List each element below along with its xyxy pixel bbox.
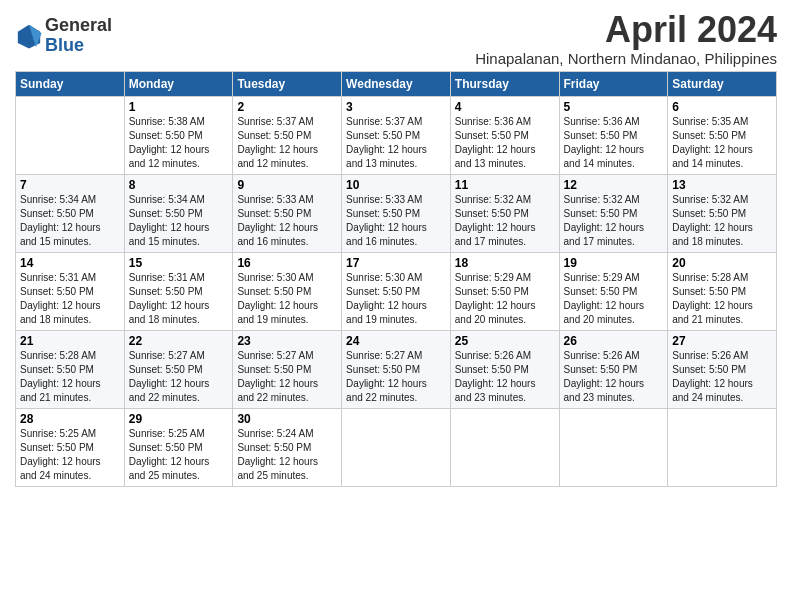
day-number: 29 — [129, 412, 229, 426]
day-info: Sunrise: 5:34 AM Sunset: 5:50 PM Dayligh… — [129, 193, 229, 249]
calendar-table: SundayMondayTuesdayWednesdayThursdayFrid… — [15, 71, 777, 487]
header-day-saturday: Saturday — [668, 71, 777, 96]
day-info: Sunrise: 5:33 AM Sunset: 5:50 PM Dayligh… — [237, 193, 337, 249]
day-cell — [559, 408, 668, 486]
day-cell: 21Sunrise: 5:28 AM Sunset: 5:50 PM Dayli… — [16, 330, 125, 408]
day-info: Sunrise: 5:38 AM Sunset: 5:50 PM Dayligh… — [129, 115, 229, 171]
day-info: Sunrise: 5:36 AM Sunset: 5:50 PM Dayligh… — [564, 115, 664, 171]
week-row-4: 28Sunrise: 5:25 AM Sunset: 5:50 PM Dayli… — [16, 408, 777, 486]
day-cell: 17Sunrise: 5:30 AM Sunset: 5:50 PM Dayli… — [342, 252, 451, 330]
day-info: Sunrise: 5:25 AM Sunset: 5:50 PM Dayligh… — [129, 427, 229, 483]
calendar-body: 1Sunrise: 5:38 AM Sunset: 5:50 PM Daylig… — [16, 96, 777, 486]
logo: General Blue — [15, 16, 112, 56]
week-row-3: 21Sunrise: 5:28 AM Sunset: 5:50 PM Dayli… — [16, 330, 777, 408]
day-cell — [450, 408, 559, 486]
day-cell: 7Sunrise: 5:34 AM Sunset: 5:50 PM Daylig… — [16, 174, 125, 252]
day-cell: 16Sunrise: 5:30 AM Sunset: 5:50 PM Dayli… — [233, 252, 342, 330]
header-day-sunday: Sunday — [16, 71, 125, 96]
day-info: Sunrise: 5:29 AM Sunset: 5:50 PM Dayligh… — [455, 271, 555, 327]
day-info: Sunrise: 5:31 AM Sunset: 5:50 PM Dayligh… — [129, 271, 229, 327]
day-cell: 4Sunrise: 5:36 AM Sunset: 5:50 PM Daylig… — [450, 96, 559, 174]
logo-general-text: General — [45, 15, 112, 35]
day-number: 17 — [346, 256, 446, 270]
day-info: Sunrise: 5:31 AM Sunset: 5:50 PM Dayligh… — [20, 271, 120, 327]
day-cell — [342, 408, 451, 486]
day-info: Sunrise: 5:34 AM Sunset: 5:50 PM Dayligh… — [20, 193, 120, 249]
header-day-monday: Monday — [124, 71, 233, 96]
week-row-1: 7Sunrise: 5:34 AM Sunset: 5:50 PM Daylig… — [16, 174, 777, 252]
day-number: 15 — [129, 256, 229, 270]
header-day-friday: Friday — [559, 71, 668, 96]
day-number: 20 — [672, 256, 772, 270]
header-day-tuesday: Tuesday — [233, 71, 342, 96]
day-info: Sunrise: 5:27 AM Sunset: 5:50 PM Dayligh… — [237, 349, 337, 405]
day-number: 5 — [564, 100, 664, 114]
day-number: 28 — [20, 412, 120, 426]
day-number: 12 — [564, 178, 664, 192]
day-cell: 20Sunrise: 5:28 AM Sunset: 5:50 PM Dayli… — [668, 252, 777, 330]
day-info: Sunrise: 5:37 AM Sunset: 5:50 PM Dayligh… — [237, 115, 337, 171]
day-info: Sunrise: 5:36 AM Sunset: 5:50 PM Dayligh… — [455, 115, 555, 171]
day-cell: 25Sunrise: 5:26 AM Sunset: 5:50 PM Dayli… — [450, 330, 559, 408]
day-number: 27 — [672, 334, 772, 348]
day-cell: 9Sunrise: 5:33 AM Sunset: 5:50 PM Daylig… — [233, 174, 342, 252]
day-info: Sunrise: 5:35 AM Sunset: 5:50 PM Dayligh… — [672, 115, 772, 171]
day-cell: 19Sunrise: 5:29 AM Sunset: 5:50 PM Dayli… — [559, 252, 668, 330]
header-day-thursday: Thursday — [450, 71, 559, 96]
day-cell: 18Sunrise: 5:29 AM Sunset: 5:50 PM Dayli… — [450, 252, 559, 330]
day-cell: 13Sunrise: 5:32 AM Sunset: 5:50 PM Dayli… — [668, 174, 777, 252]
day-info: Sunrise: 5:24 AM Sunset: 5:50 PM Dayligh… — [237, 427, 337, 483]
day-info: Sunrise: 5:28 AM Sunset: 5:50 PM Dayligh… — [20, 349, 120, 405]
day-cell: 6Sunrise: 5:35 AM Sunset: 5:50 PM Daylig… — [668, 96, 777, 174]
week-row-0: 1Sunrise: 5:38 AM Sunset: 5:50 PM Daylig… — [16, 96, 777, 174]
day-number: 24 — [346, 334, 446, 348]
day-cell: 11Sunrise: 5:32 AM Sunset: 5:50 PM Dayli… — [450, 174, 559, 252]
location-title: Hinapalanan, Northern Mindanao, Philippi… — [475, 50, 777, 67]
day-number: 21 — [20, 334, 120, 348]
day-cell: 15Sunrise: 5:31 AM Sunset: 5:50 PM Dayli… — [124, 252, 233, 330]
logo-icon — [15, 22, 43, 50]
day-number: 23 — [237, 334, 337, 348]
title-area: April 2024 Hinapalanan, Northern Mindana… — [475, 10, 777, 67]
day-number: 8 — [129, 178, 229, 192]
day-cell: 3Sunrise: 5:37 AM Sunset: 5:50 PM Daylig… — [342, 96, 451, 174]
day-cell: 23Sunrise: 5:27 AM Sunset: 5:50 PM Dayli… — [233, 330, 342, 408]
day-number: 19 — [564, 256, 664, 270]
day-number: 1 — [129, 100, 229, 114]
day-number: 26 — [564, 334, 664, 348]
day-cell: 5Sunrise: 5:36 AM Sunset: 5:50 PM Daylig… — [559, 96, 668, 174]
day-number: 4 — [455, 100, 555, 114]
day-info: Sunrise: 5:32 AM Sunset: 5:50 PM Dayligh… — [564, 193, 664, 249]
day-number: 25 — [455, 334, 555, 348]
day-cell: 12Sunrise: 5:32 AM Sunset: 5:50 PM Dayli… — [559, 174, 668, 252]
day-number: 14 — [20, 256, 120, 270]
day-cell: 30Sunrise: 5:24 AM Sunset: 5:50 PM Dayli… — [233, 408, 342, 486]
day-info: Sunrise: 5:26 AM Sunset: 5:50 PM Dayligh… — [672, 349, 772, 405]
week-row-2: 14Sunrise: 5:31 AM Sunset: 5:50 PM Dayli… — [16, 252, 777, 330]
day-info: Sunrise: 5:32 AM Sunset: 5:50 PM Dayligh… — [672, 193, 772, 249]
day-cell: 24Sunrise: 5:27 AM Sunset: 5:50 PM Dayli… — [342, 330, 451, 408]
month-title: April 2024 — [475, 10, 777, 50]
day-info: Sunrise: 5:26 AM Sunset: 5:50 PM Dayligh… — [564, 349, 664, 405]
day-cell: 10Sunrise: 5:33 AM Sunset: 5:50 PM Dayli… — [342, 174, 451, 252]
day-cell: 14Sunrise: 5:31 AM Sunset: 5:50 PM Dayli… — [16, 252, 125, 330]
page-header: General Blue April 2024 Hinapalanan, Nor… — [15, 10, 777, 67]
day-info: Sunrise: 5:28 AM Sunset: 5:50 PM Dayligh… — [672, 271, 772, 327]
day-cell: 8Sunrise: 5:34 AM Sunset: 5:50 PM Daylig… — [124, 174, 233, 252]
day-number: 6 — [672, 100, 772, 114]
day-cell: 1Sunrise: 5:38 AM Sunset: 5:50 PM Daylig… — [124, 96, 233, 174]
day-info: Sunrise: 5:30 AM Sunset: 5:50 PM Dayligh… — [346, 271, 446, 327]
day-info: Sunrise: 5:30 AM Sunset: 5:50 PM Dayligh… — [237, 271, 337, 327]
day-cell — [668, 408, 777, 486]
day-number: 16 — [237, 256, 337, 270]
day-info: Sunrise: 5:25 AM Sunset: 5:50 PM Dayligh… — [20, 427, 120, 483]
day-cell: 29Sunrise: 5:25 AM Sunset: 5:50 PM Dayli… — [124, 408, 233, 486]
day-number: 7 — [20, 178, 120, 192]
day-number: 22 — [129, 334, 229, 348]
day-number: 18 — [455, 256, 555, 270]
day-cell: 27Sunrise: 5:26 AM Sunset: 5:50 PM Dayli… — [668, 330, 777, 408]
day-cell — [16, 96, 125, 174]
day-cell: 22Sunrise: 5:27 AM Sunset: 5:50 PM Dayli… — [124, 330, 233, 408]
header-day-wednesday: Wednesday — [342, 71, 451, 96]
day-info: Sunrise: 5:27 AM Sunset: 5:50 PM Dayligh… — [129, 349, 229, 405]
